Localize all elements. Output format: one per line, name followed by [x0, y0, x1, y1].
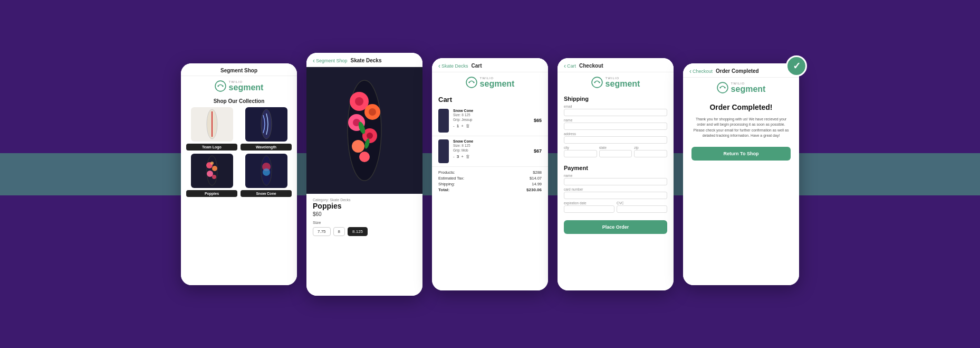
screen5-navbar: Checkout Order Completed [683, 63, 799, 78]
screen5-back[interactable]: Checkout [689, 68, 713, 75]
order-complete-content: Order Completed! Thank you for shopping … [683, 98, 799, 285]
cvc-field[interactable]: CVC [617, 201, 667, 213]
segment-label-5: segment [731, 85, 766, 93]
product-cell-poppies[interactable]: Poppies [186, 154, 237, 197]
qty-minus-1[interactable]: - [453, 124, 455, 128]
svg-point-20 [369, 108, 376, 116]
payment-title: Payment [564, 165, 667, 171]
qty-num-1: 1 [457, 124, 459, 128]
shipping-title: Shipping [564, 96, 667, 102]
product-category: Category: Skate Decks [313, 198, 416, 202]
trash-icon-2[interactable]: 🗑 [466, 154, 470, 159]
city-input[interactable] [564, 150, 597, 157]
name-input[interactable] [564, 123, 667, 130]
place-order-btn[interactable]: Place Order [564, 220, 667, 234]
product-grid: Team Logo Wavelength [181, 107, 297, 201]
product-cell-teamlogo[interactable]: Team Logo [186, 107, 237, 151]
address-field[interactable]: address [564, 132, 667, 144]
svg-point-29 [466, 77, 477, 88]
cvc-input[interactable] [617, 205, 667, 213]
size-btn-8[interactable]: 8 [333, 227, 345, 236]
size-btn-8125[interactable]: 8.125 [348, 227, 368, 236]
svg-point-31 [473, 81, 475, 83]
qty-plus-2[interactable]: + [461, 154, 464, 159]
email-input[interactable] [564, 109, 667, 116]
state-field[interactable]: state [599, 146, 632, 157]
segment-logo-text-5: TWILIO segment [731, 82, 766, 93]
screen2-product: Segment Shop Skate Decks [306, 53, 422, 296]
cart-item-2-grip: Grip: Mob [453, 148, 530, 153]
product-cell-wavelength[interactable]: Wavelength [241, 107, 292, 151]
products-value: $288 [533, 170, 542, 175]
cart-item-1: Snow Cone Size: 8 125 Grip: Jessup - 1 +… [432, 106, 548, 136]
svg-point-37 [724, 87, 726, 88]
segment-logo-1: TWILIO segment [181, 76, 297, 96]
segment-logo-icon-4 [591, 77, 603, 88]
qty-minus-2[interactable]: - [453, 154, 455, 159]
payment-section: Payment name card number expiration date… [558, 162, 674, 217]
cart-title: Cart [432, 92, 548, 106]
size-btn-775[interactable]: 7.75 [313, 227, 331, 236]
qty-plus-1[interactable]: + [461, 124, 464, 128]
svg-point-32 [592, 77, 602, 88]
segment-logo-icon-1 [215, 80, 226, 92]
segment-label-1: segment [229, 83, 264, 92]
cart-item-1-info: Snow Cone Size: 8 125 Grip: Jessup - 1 +… [453, 109, 530, 128]
address-label: address [564, 132, 667, 136]
teamlogo-skateboard-img [191, 107, 233, 142]
snowcone-skateboard-img [245, 154, 287, 188]
cart-item-2-size: Size: 8 125 [453, 143, 530, 148]
product-cell-snowcone[interactable]: Snow Cone [241, 154, 292, 197]
segment-logo-5: TWILIO segment [683, 78, 799, 98]
poppies-btn[interactable]: Poppies [186, 190, 237, 197]
email-field[interactable]: email [564, 105, 667, 116]
product-detail-info: Category: Skate Decks Poppies $60 Size 7… [306, 194, 422, 296]
exp-input[interactable] [564, 205, 614, 213]
cart-item-1-price: $65 [534, 118, 542, 123]
city-field[interactable]: city [564, 146, 597, 157]
segment-logo-icon-5 [717, 82, 728, 93]
address-input[interactable] [564, 136, 667, 144]
svg-point-2 [222, 85, 224, 87]
card-number-field[interactable]: card number [564, 187, 667, 199]
card-name-label: name [564, 174, 667, 177]
email-label: email [564, 105, 667, 108]
cart-item-1-img [438, 109, 449, 133]
name-field[interactable]: name [564, 118, 667, 130]
screen5-wrapper: Checkout Order Completed TWILIO segment [683, 63, 799, 285]
zip-input[interactable] [634, 150, 667, 157]
screen3-back[interactable]: Skate Decks [438, 62, 468, 70]
state-input[interactable] [599, 150, 632, 157]
cart-item-2-img [438, 139, 449, 163]
size-options: 7.75 8 8.125 [313, 227, 416, 236]
cart-item-1-grip: Grip: Jessup [453, 117, 530, 122]
teamlogo-btn[interactable]: Team Logo [186, 144, 237, 151]
screen5-order-complete: Checkout Order Completed TWILIO segment [683, 63, 799, 285]
segment-logo-icon-3 [466, 77, 477, 88]
cvc-label: CVC [617, 201, 667, 205]
trash-icon-1[interactable]: 🗑 [466, 124, 470, 128]
card-name-field[interactable]: name [564, 174, 667, 185]
city-state-zip-row: city state zip [564, 146, 667, 159]
shipping-value: 14.99 [532, 182, 542, 186]
wavelength-btn[interactable]: Wavelength [241, 144, 292, 151]
screen4-back[interactable]: Cart [564, 62, 576, 70]
return-shop-btn[interactable]: Return To Shop [691, 147, 791, 161]
screen2-back[interactable]: Segment Shop [313, 57, 348, 64]
card-name-input[interactable] [564, 178, 667, 185]
exp-field[interactable]: expiration date [564, 201, 614, 213]
snowcone-btn[interactable]: Snow Cone [241, 190, 292, 197]
svg-point-11 [210, 162, 214, 165]
cart-item-1-name: Snow Cone [453, 109, 530, 112]
zip-field[interactable]: zip [634, 146, 667, 157]
card-number-input[interactable] [564, 192, 667, 199]
screen4-nav-title: Checkout [579, 63, 603, 69]
screen4-checkout: Cart Checkout TWILIO segment Shipping [558, 58, 674, 290]
card-number-label: card number [564, 187, 667, 191]
zip-label: zip [634, 146, 667, 149]
cart-grand-total: Total: $230.06 [438, 187, 542, 192]
cart-item-2: Snow Cone Size: 8 125 Grip: Mob - 3 + 🗑 … [432, 136, 548, 167]
cart-item-1-qty: - 1 + 🗑 [453, 124, 530, 128]
success-badge [786, 55, 807, 77]
cart-item-1-size: Size: 8 125 [453, 112, 530, 117]
